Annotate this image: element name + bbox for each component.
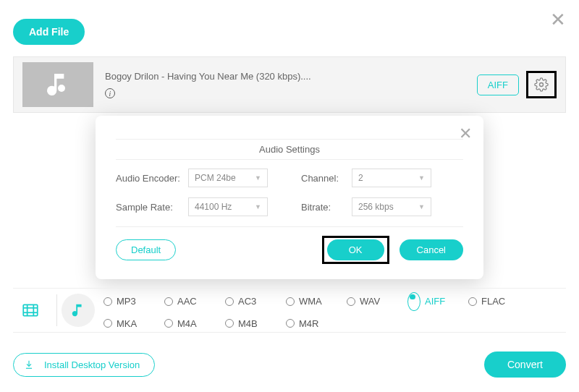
format-option-ac3[interactable]: AC3 <box>225 292 286 311</box>
chevron-down-icon: ▼ <box>418 174 425 182</box>
chevron-down-icon: ▼ <box>255 174 261 182</box>
convert-button[interactable]: Convert <box>484 351 566 378</box>
radio-icon <box>347 297 355 306</box>
svg-point-0 <box>48 87 56 94</box>
label-bitrate: Bitrate: <box>301 202 352 213</box>
svg-point-2 <box>540 83 544 87</box>
svg-point-1 <box>58 85 65 92</box>
select-audio-encoder[interactable]: PCM 24be▼ <box>188 169 268 187</box>
format-option-mp3[interactable]: MP3 <box>103 292 164 311</box>
default-button[interactable]: Default <box>116 239 176 260</box>
file-title: Bogoy Drilon - Having You Near Me (320 k… <box>105 71 477 82</box>
file-thumbnail <box>22 62 93 107</box>
format-option-aiff[interactable]: AIFF <box>407 292 468 311</box>
close-icon[interactable]: ✕ <box>550 9 566 31</box>
audio-mode-icon[interactable] <box>62 294 95 327</box>
radio-icon <box>164 297 173 306</box>
info-icon[interactable]: i <box>105 88 115 98</box>
modal-close-icon[interactable]: ✕ <box>459 124 472 143</box>
radio-icon <box>103 297 112 306</box>
select-sample-rate[interactable]: 44100 Hz▼ <box>188 197 268 216</box>
format-badge[interactable]: AIFF <box>477 74 519 95</box>
select-bitrate[interactable]: 256 kbps▼ <box>352 197 431 216</box>
format-option-aac[interactable]: AAC <box>164 292 225 311</box>
radio-icon <box>286 297 295 306</box>
modal-title: Audio Settings <box>116 139 463 160</box>
chevron-down-icon: ▼ <box>418 203 425 210</box>
radio-icon <box>225 297 234 306</box>
format-option-mka[interactable]: MKA <box>103 318 164 329</box>
add-file-button[interactable]: Add File <box>13 19 85 45</box>
format-bar: MP3AACAC3WMAWAVAIFFFLACMKAM4AM4BM4R <box>13 288 566 333</box>
gear-icon <box>534 77 549 92</box>
svg-rect-3 <box>23 304 38 315</box>
radio-icon <box>286 319 295 328</box>
radio-icon <box>103 319 112 328</box>
format-option-m4a[interactable]: M4A <box>164 318 225 329</box>
install-desktop-button[interactable]: Install Desktop Version <box>13 353 155 377</box>
select-channel[interactable]: 2▼ <box>352 169 431 187</box>
cancel-button[interactable]: Cancel <box>400 239 463 260</box>
label-channel: Channel: <box>301 173 352 184</box>
chevron-down-icon: ▼ <box>255 203 261 210</box>
settings-button[interactable] <box>526 71 557 98</box>
radio-icon <box>164 319 173 328</box>
ok-button[interactable]: OK <box>327 239 384 260</box>
audio-settings-modal: ✕ Audio Settings Audio Encoder: PCM 24be… <box>96 116 483 279</box>
format-option-flac[interactable]: FLAC <box>468 292 529 311</box>
format-option-wma[interactable]: WMA <box>286 292 347 311</box>
radio-icon <box>225 319 234 328</box>
format-option-m4b[interactable]: M4B <box>225 318 286 329</box>
file-row: Bogoy Drilon - Having You Near Me (320 k… <box>13 56 566 113</box>
format-option-m4r[interactable]: M4R <box>286 318 347 329</box>
label-audio-encoder: Audio Encoder: <box>116 173 188 184</box>
video-mode-icon[interactable] <box>14 294 46 326</box>
radio-icon <box>468 297 477 306</box>
label-sample-rate: Sample Rate: <box>116 202 188 213</box>
radio-icon <box>407 292 420 311</box>
download-icon <box>24 359 34 370</box>
format-option-wav[interactable]: WAV <box>347 292 407 311</box>
